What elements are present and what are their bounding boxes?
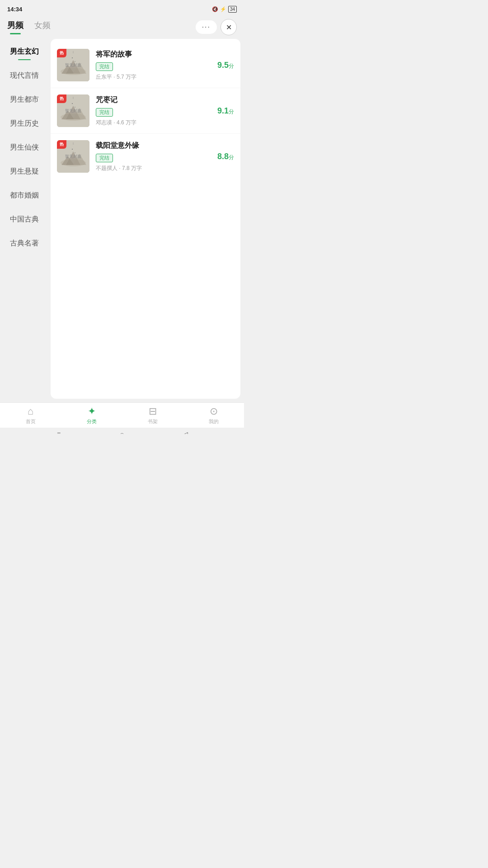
back-button[interactable]: ≡ <box>54 429 64 434</box>
book-cover-3: 热 暂无封面 <box>57 140 89 173</box>
nav-category-label: 分类 <box>87 418 97 425</box>
header: 男频 女频 ··· ✕ <box>0 16 244 35</box>
book-badge-2: 完结 <box>96 108 113 117</box>
nav-shelf[interactable]: ⊟ 书架 <box>122 403 183 428</box>
book-title-2: 咒枣记 <box>96 95 211 105</box>
no-cover-text-1: 暂无封面 <box>65 62 81 68</box>
header-actions: ··· ✕ <box>196 19 237 35</box>
svg-point-14 <box>72 103 73 104</box>
sidebar-item-yanqing[interactable]: 现代言情 <box>0 64 49 88</box>
battery-indicator: 34 <box>228 6 237 13</box>
tab-male[interactable]: 男频 <box>7 20 23 34</box>
book-score-1: 9.5分 <box>217 61 234 70</box>
list-item[interactable]: 热 暂无封面 将军的故事 完结 丘东平 · 5.7 万字 9.5分 <box>51 42 240 88</box>
nav-home[interactable]: ⌂ 首页 <box>0 403 61 428</box>
book-info-1: 将军的故事 完结 丘东平 · 5.7 万字 <box>96 50 211 81</box>
svg-point-22 <box>72 149 73 150</box>
book-info-3: 载阳堂意外缘 完结 不题撰人 · 7.8 万字 <box>96 141 211 172</box>
nav-mine[interactable]: ⊙ 我的 <box>183 403 244 428</box>
book-meta-1: 丘东平 · 5.7 万字 <box>96 73 211 81</box>
book-title-1: 将军的故事 <box>96 50 211 59</box>
book-badge-1: 完结 <box>96 62 113 71</box>
category-icon: ✦ <box>88 406 96 417</box>
sidebar-item-xuanyi[interactable]: 男生悬疑 <box>0 160 49 184</box>
book-list: 热 暂无封面 将军的故事 完结 丘东平 · 5.7 万字 9.5分 <box>51 39 240 399</box>
book-score-2: 9.1分 <box>217 106 234 116</box>
book-meta-3: 不题撰人 · 7.8 万字 <box>96 165 211 172</box>
status-time: 14:34 <box>7 6 22 13</box>
nav-home-label: 首页 <box>26 418 36 425</box>
sidebar-item-hunyin[interactable]: 都市婚姻 <box>0 184 49 208</box>
shelf-icon: ⊟ <box>149 406 157 417</box>
recents-button[interactable]: ◁ <box>180 429 190 434</box>
hot-badge-2: 热 <box>57 94 66 103</box>
main-layout: 男生玄幻 现代言情 男生都市 男生历史 男生仙侠 男生悬疑 都市婚姻 中国古典 … <box>0 35 244 402</box>
close-icon: ✕ <box>226 23 232 32</box>
book-title-3: 载阳堂意外缘 <box>96 141 211 151</box>
sidebar-item-gudian[interactable]: 中国古典 <box>0 208 49 231</box>
status-bar: 14:34 🔇 ⚡ 34 <box>0 0 244 16</box>
mine-icon: ⊙ <box>210 406 218 417</box>
nav-mine-label: 我的 <box>209 418 219 425</box>
no-cover-text-2: 暂无封面 <box>65 108 81 114</box>
no-cover-text-3: 暂无封面 <box>65 154 81 160</box>
svg-point-6 <box>72 57 73 58</box>
book-meta-2: 邓志谟 · 4.6 万字 <box>96 119 211 127</box>
nav-category[interactable]: ✦ 分类 <box>61 403 122 428</box>
header-tabs: 男频 女频 <box>7 20 51 34</box>
book-score-3: 8.8分 <box>217 152 234 161</box>
sidebar-item-mingzhu[interactable]: 古典名著 <box>0 231 49 255</box>
book-badge-3: 完结 <box>96 154 113 162</box>
close-button[interactable]: ✕ <box>221 19 237 35</box>
tab-female[interactable]: 女频 <box>34 20 51 34</box>
nav-shelf-label: 书架 <box>148 418 158 425</box>
bottom-nav: ⌂ 首页 ✦ 分类 ⊟ 书架 ⊙ 我的 <box>0 402 244 428</box>
home-button[interactable]: ○ <box>117 429 127 434</box>
sidebar-item-xuanhuan[interactable]: 男生玄幻 <box>0 40 49 64</box>
status-icons: 🔇 ⚡ 34 <box>212 6 237 13</box>
more-button[interactable]: ··· <box>196 20 217 34</box>
home-icon: ⌂ <box>28 406 33 417</box>
hot-badge-1: 热 <box>57 49 66 57</box>
sidebar-item-dushi[interactable]: 男生都市 <box>0 88 49 112</box>
sidebar: 男生玄幻 现代言情 男生都市 男生历史 男生仙侠 男生悬疑 都市婚姻 中国古典 … <box>0 35 49 402</box>
book-cover-2: 热 暂无封面 <box>57 94 89 127</box>
sidebar-item-xianxia[interactable]: 男生仙侠 <box>0 136 49 160</box>
book-cover-1: 热 暂无封面 <box>57 49 89 81</box>
book-info-2: 咒枣记 完结 邓志谟 · 4.6 万字 <box>96 95 211 127</box>
sidebar-item-lishi[interactable]: 男生历史 <box>0 112 49 136</box>
list-item[interactable]: 热 暂无封面 载阳堂意外缘 完结 不题撰人 · 7.8 万字 8.8分 <box>51 134 240 179</box>
list-item[interactable]: 热 暂无封面 咒枣记 完结 邓志谟 · 4.6 万字 9.1分 <box>51 88 240 134</box>
system-bar: ≡ ○ ◁ <box>0 428 244 434</box>
hot-badge-3: 热 <box>57 140 66 149</box>
vibrate-icon: 🔇 <box>212 6 218 12</box>
bluetooth-icon: ⚡ <box>220 6 226 12</box>
